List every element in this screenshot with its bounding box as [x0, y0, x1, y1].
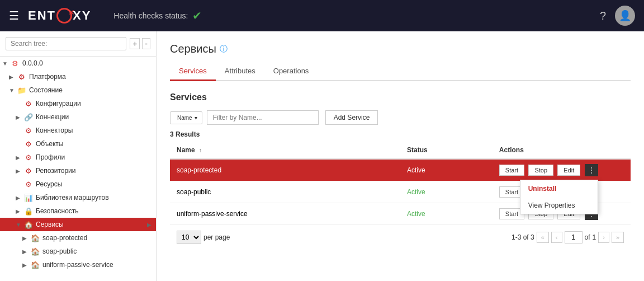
sidebar-item[interactable]: ⚙Коннекторы [0, 124, 156, 137]
edit-button-0[interactable]: Edit [557, 165, 580, 176]
tree-node-label: Библиотеки маршрутов [36, 194, 151, 202]
tree-node-icon: ⚙ [23, 125, 34, 135]
sidebar-item[interactable]: ▶⚙Репозитории [0, 164, 156, 177]
tree-active-arrow: ▶ [147, 222, 151, 228]
tree-toggle-icon[interactable]: ▶ [16, 114, 23, 120]
main-content: Сервисы ⓘ Services Attributes Operations… [157, 31, 644, 281]
tree-root-icon: ⚙ [10, 58, 20, 68]
sidebar-item[interactable]: ⚙Ресурсы [0, 177, 156, 191]
service-name: soap-protected [170, 159, 400, 181]
sidebar-item[interactable]: ▶🏠soap-protected [0, 231, 156, 245]
app-layout: + - ▼ ⚙ 0.0.0.0 ▶⚙Платформа▼📁Состояние⚙К… [0, 31, 644, 281]
status-badge: Active [407, 166, 425, 174]
tree-node-label: Безопасность [36, 207, 151, 215]
filter-name-select[interactable]: Name ▾ [170, 111, 202, 124]
tree-toggle[interactable]: ▼ [2, 60, 10, 67]
sidebar-item[interactable]: ▼📁Состояние [0, 83, 156, 97]
tab-bar: Services Attributes Operations [170, 62, 631, 81]
service-status: Active [400, 159, 493, 181]
stop-button-0[interactable]: Stop [528, 165, 553, 176]
tree-node-label: Конфигурации [36, 100, 151, 107]
tree-node-label: Репозитории [36, 167, 151, 175]
more-button-0[interactable]: ⋮ [585, 164, 598, 176]
tree-root[interactable]: ▼ ⚙ 0.0.0.0 [0, 57, 156, 70]
tree-toggle-icon[interactable]: ▶ [16, 208, 23, 214]
filter-bar: Name ▾ Add Service [170, 110, 631, 125]
tree-root-label: 0.0.0.0 [22, 59, 151, 67]
status-badge: Active [407, 210, 425, 218]
next-page-button[interactable]: › [598, 232, 609, 243]
tree-node-icon: 📊 [23, 193, 34, 203]
current-page-input[interactable] [565, 231, 583, 243]
sidebar-search-bar: + - [0, 31, 156, 57]
last-page-button[interactable]: » [612, 232, 624, 243]
sidebar: + - ▼ ⚙ 0.0.0.0 ▶⚙Платформа▼📁Состояние⚙К… [0, 31, 157, 281]
tree-toggle-icon[interactable]: ▶ [16, 195, 23, 201]
sidebar-item[interactable]: ▶⚙Профили [0, 151, 156, 164]
page-info-icon[interactable]: ⓘ [220, 44, 228, 54]
pagination: 10 25 50 per page 1-3 of 3 « ‹ of 1 › » [170, 225, 631, 250]
tree-toggle-icon[interactable]: ▶ [22, 262, 30, 268]
logo-cross-icon: ✕ [68, 6, 75, 18]
collapse-all-icon[interactable]: - [142, 38, 150, 49]
menu-icon[interactable]: ☰ [9, 9, 19, 22]
of-label: of [585, 233, 590, 241]
col-name[interactable]: Name ↑ [170, 142, 400, 159]
tree-toggle-icon[interactable]: ▶ [22, 249, 30, 255]
sidebar-item[interactable]: ⚙Конфигурации [0, 97, 156, 110]
sidebar-item[interactable]: ▶🏠soap-public [0, 245, 156, 258]
tab-services[interactable]: Services [170, 62, 216, 81]
start-button-0[interactable]: Start [499, 165, 524, 176]
logo: ENT ✕ XY [28, 8, 91, 24]
sidebar-item[interactable]: ▶🔒Безопасность [0, 204, 156, 218]
tree-node-label: Объекты [36, 140, 151, 148]
sidebar-item[interactable]: ▶🔗Коннекции [0, 110, 156, 124]
tree-node-icon: 🔗 [23, 112, 34, 122]
tree-node-icon: 📁 [17, 85, 27, 95]
context-menu: Uninstall View Properties [520, 180, 598, 214]
per-page-select[interactable]: 10 25 50 [177, 231, 201, 244]
uninstall-menu-item[interactable]: Uninstall [520, 180, 598, 197]
tree-node-label: Платформа [29, 73, 151, 81]
filter-name-label: Name [177, 115, 192, 121]
tab-operations[interactable]: Operations [264, 62, 318, 81]
app-header: ☰ ENT ✕ XY Health checks status: ✔ ? 👤 [0, 0, 644, 31]
tree-node-icon: ⚙ [23, 166, 34, 176]
first-page-button[interactable]: « [537, 232, 549, 243]
expand-all-icon[interactable]: + [130, 38, 140, 49]
tree-toggle-icon[interactable]: ▶ [9, 74, 17, 80]
service-name: soap-public [170, 181, 400, 203]
more-dropdown-wrapper: ⋮ Uninstall View Properties [585, 164, 598, 176]
sidebar-item[interactable]: ▼🏠Сервисы▶ [0, 218, 156, 231]
page-header: Сервисы ⓘ [170, 43, 631, 55]
per-page-label: per page [203, 233, 230, 241]
tree-toggle-icon[interactable]: ▶ [22, 235, 30, 241]
sidebar-item[interactable]: ▶📊Библиотеки маршрутов [0, 191, 156, 204]
pagination-info: 1-3 of 3 « ‹ of 1 › » [512, 231, 624, 243]
tree-node-icon: 🏠 [23, 219, 34, 230]
prev-page-button[interactable]: ‹ [551, 232, 562, 243]
tree-node-icon: 🏠 [30, 246, 40, 256]
sidebar-item[interactable]: ▶⚙Платформа [0, 70, 156, 83]
tab-attributes[interactable]: Attributes [216, 62, 264, 81]
search-input[interactable] [6, 37, 126, 50]
tree-node-label: Состояние [29, 86, 151, 94]
add-service-button[interactable]: Add Service [325, 110, 378, 125]
logo-o-icon: ✕ [56, 8, 72, 24]
total-pages: 1 [593, 233, 596, 241]
tree-toggle-icon[interactable]: ▼ [9, 87, 17, 93]
sidebar-item[interactable]: ▶🏠uniform-passive-service [0, 258, 156, 271]
tree-toggle-icon[interactable]: ▶ [16, 168, 23, 174]
tree-container: ▶⚙Платформа▼📁Состояние⚙Конфигурации▶🔗Кон… [0, 70, 156, 271]
filter-name-input[interactable] [207, 110, 319, 125]
logo-text2: XY [73, 8, 91, 23]
help-icon[interactable]: ? [600, 10, 606, 22]
sidebar-item[interactable]: ⚙Объекты [0, 137, 156, 151]
table-row: soap-protected Active Start Stop Edit ⋮ … [170, 159, 631, 181]
section-title: Services [170, 92, 631, 102]
tree-toggle-icon[interactable]: ▶ [16, 154, 23, 161]
avatar[interactable]: 👤 [615, 6, 635, 26]
tree-toggle-icon[interactable]: ▼ [16, 222, 23, 228]
view-properties-menu-item[interactable]: View Properties [520, 197, 598, 214]
tree-node-label: Коннекции [36, 113, 151, 121]
